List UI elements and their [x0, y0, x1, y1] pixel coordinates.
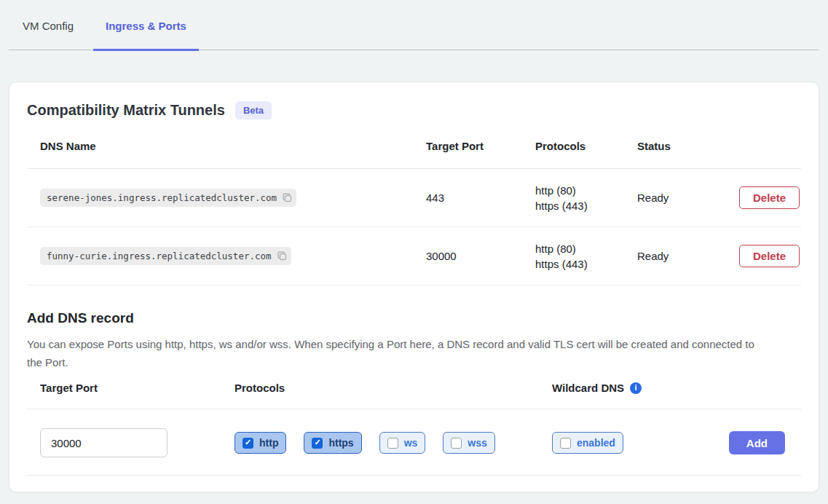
wildcard-enabled-checkbox[interactable]: enabled	[552, 432, 623, 454]
table-header-row: DNS Name Target Port Protocols Status	[27, 125, 801, 169]
add-form-label-row: Target Port Protocols Wildcard DNS i	[27, 382, 801, 409]
wildcard-checkbox-label: enabled	[577, 437, 615, 449]
page-title: Compatibility Matrix Tunnels	[27, 102, 225, 119]
protocol-entry: https (443)	[535, 198, 624, 213]
dns-name-text: funny-curie.ingress.replicatedcluster.co…	[47, 251, 272, 261]
dns-name-cell: serene-jones.ingress.replicatedcluster.c…	[27, 189, 413, 207]
dns-name-pill: serene-jones.ingress.replicatedcluster.c…	[40, 189, 296, 207]
info-icon[interactable]: i	[630, 382, 642, 394]
status-cell: Ready	[624, 192, 726, 204]
tunnels-card: Compatibility Matrix Tunnels Beta DNS Na…	[9, 82, 819, 492]
protocol-checkbox-label: https	[328, 437, 353, 449]
target-port-field-wrap	[27, 428, 221, 457]
table-row: funny-curie.ingress.replicatedcluster.co…	[27, 227, 801, 286]
protocol-checkbox-ws[interactable]: ws	[379, 432, 426, 454]
card-header: Compatibility Matrix Tunnels Beta	[27, 101, 801, 119]
add-dns-record-title: Add DNS record	[27, 310, 801, 326]
protocol-checkbox-wss[interactable]: wss	[443, 432, 494, 454]
dns-name-text: serene-jones.ingress.replicatedcluster.c…	[47, 192, 277, 203]
add-dns-record-description: You can expose Ports using http, https, …	[27, 335, 766, 371]
protocol-checkbox-label: http	[259, 437, 278, 449]
dns-name-pill: funny-curie.ingress.replicatedcluster.co…	[40, 247, 291, 265]
checkbox-box	[243, 438, 253, 449]
beta-badge: Beta	[235, 101, 272, 119]
col-header-dns-name: DNS Name	[27, 125, 413, 168]
dns-name-cell: funny-curie.ingress.replicatedcluster.co…	[27, 247, 413, 265]
protocol-entry: https (443)	[535, 256, 624, 272]
protocol-checkbox-https[interactable]: https	[304, 432, 361, 454]
protocol-entry: http (80)	[535, 241, 624, 256]
col-header-actions	[726, 132, 801, 162]
col-header-target-port: Target Port	[413, 125, 522, 168]
checkbox-box	[387, 438, 398, 449]
tab-ingress-ports[interactable]: Ingress & Ports	[93, 20, 199, 50]
target-port-cell: 30000	[413, 250, 522, 262]
table-row: serene-jones.ingress.replicatedcluster.c…	[27, 169, 801, 227]
target-port-label: Target Port	[27, 382, 221, 409]
protocols-label: Protocols	[221, 382, 539, 409]
target-port-cell: 443	[413, 192, 522, 204]
protocols-cell: http (80) https (443)	[522, 241, 624, 272]
checkbox-box	[560, 438, 571, 449]
checkbox-box	[312, 438, 323, 449]
add-button[interactable]: Add	[729, 431, 785, 454]
add-form-control-row: http https ws wss enabled Add	[27, 409, 801, 457]
bottom-divider	[27, 475, 801, 476]
tab-vm-config[interactable]: VM Config	[10, 20, 86, 50]
protocol-checkbox-group: http https ws wss	[221, 432, 539, 454]
protocol-checkbox-label: wss	[468, 437, 486, 449]
wildcard-dns-label: Wildcard DNS	[552, 382, 624, 394]
protocols-cell: http (80) https (443)	[522, 183, 624, 213]
col-header-status: Status	[624, 125, 726, 168]
protocol-checkbox-label: ws	[404, 437, 418, 449]
copy-icon[interactable]	[282, 192, 293, 203]
delete-button[interactable]: Delete	[739, 186, 800, 209]
actions-cell: Delete	[726, 245, 816, 267]
delete-button[interactable]: Delete	[739, 245, 800, 267]
checkbox-box	[451, 438, 462, 449]
protocol-checkbox-http[interactable]: http	[234, 432, 286, 454]
tab-bar: VM Config Ingress & Ports	[9, 0, 819, 50]
actions-cell: Delete	[726, 186, 816, 209]
copy-icon[interactable]	[277, 251, 288, 261]
status-cell: Ready	[624, 250, 726, 262]
wildcard-dns-label-wrap: Wildcard DNS i	[539, 382, 801, 409]
target-port-input[interactable]	[40, 428, 167, 457]
col-header-protocols: Protocols	[522, 125, 624, 168]
wildcard-dns-cell: enabled Add	[539, 431, 801, 454]
protocol-entry: http (80)	[535, 183, 624, 198]
